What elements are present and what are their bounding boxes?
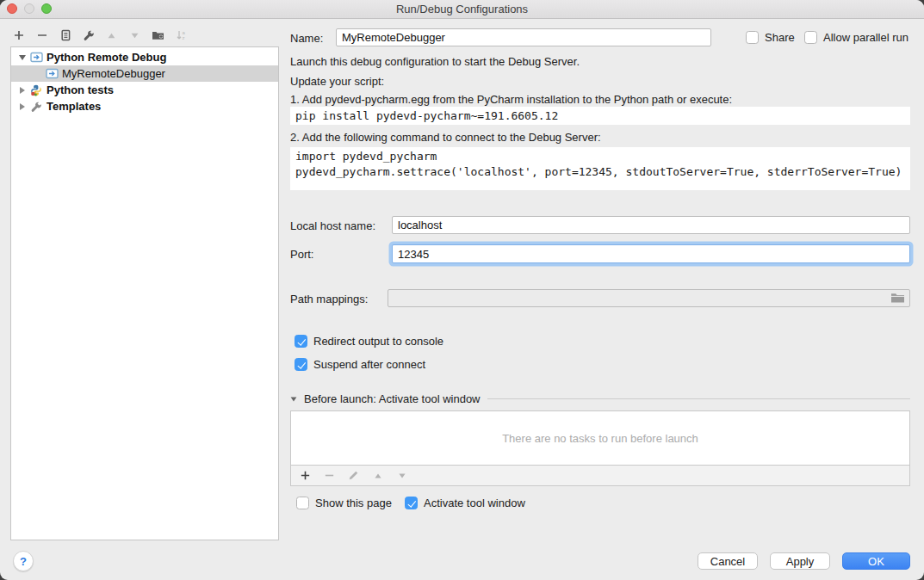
redirect-output-checkbox[interactable]	[295, 335, 307, 348]
help-button[interactable]: ?	[13, 551, 34, 571]
move-down-button[interactable]	[128, 29, 141, 42]
port-input[interactable]	[392, 244, 910, 263]
allow-parallel-checkbox-row: Allow parallel run	[804, 31, 908, 44]
settrace-code-line-1: import pydevd_pycharm	[295, 150, 437, 163]
tree-item-label: Templates	[47, 100, 101, 113]
run-debug-configurations-dialog: Run/Debug Configurations az	[0, 0, 924, 580]
window-title: Run/Debug Configurations	[0, 0, 924, 19]
question-mark-icon: ?	[20, 555, 27, 568]
redirect-output-checkbox-row: Redirect output to console	[295, 335, 443, 348]
arrow-up-icon	[106, 30, 117, 41]
move-up-button[interactable]	[105, 29, 118, 42]
name-label: Name:	[290, 32, 323, 45]
pencil-icon	[348, 470, 359, 481]
local-host-name-input[interactable]	[392, 216, 910, 234]
tree-item-label: Python tests	[47, 83, 114, 96]
minus-icon	[324, 470, 335, 481]
show-this-page-checkbox-row: Show this page	[296, 497, 392, 509]
show-this-page-label: Show this page	[315, 497, 392, 509]
tree-item-python-remote-debug[interactable]: Python Remote Debug	[11, 49, 278, 65]
suspend-after-connect-checkbox[interactable]	[295, 358, 307, 371]
before-launch-section-header[interactable]: Before launch: Activate tool window	[290, 392, 910, 405]
before-launch-title: Before launch: Activate tool window	[304, 392, 481, 405]
add-task-button[interactable]	[299, 469, 312, 482]
apply-button[interactable]: Apply	[770, 552, 830, 570]
sort-az-icon: az	[176, 29, 188, 41]
before-launch-toolbar	[290, 466, 910, 486]
configurations-tree: Python Remote Debug MyRemoteDebugger Pyt…	[10, 46, 279, 540]
svg-text:z: z	[182, 35, 184, 40]
svg-text:a: a	[182, 30, 185, 35]
new-folder-button[interactable]	[152, 29, 164, 42]
cancel-button[interactable]: Cancel	[698, 552, 758, 570]
copy-configuration-button[interactable]	[59, 29, 71, 42]
suspend-after-connect-label: Suspend after connect	[313, 358, 425, 371]
name-input[interactable]	[336, 28, 711, 46]
instruction-line-1: Launch this debug configuration to start…	[290, 55, 580, 68]
path-mappings-input[interactable]	[388, 289, 910, 307]
show-this-page-checkbox[interactable]	[296, 497, 309, 509]
settrace-code[interactable]: import pydevd_pycharm pydevd_pycharm.set…	[290, 147, 910, 190]
wrench-icon	[30, 101, 43, 113]
edit-task-button[interactable]	[347, 469, 360, 482]
activate-tool-window-checkbox[interactable]	[405, 497, 418, 509]
path-mappings-label: Path mappings:	[290, 293, 368, 305]
allow-parallel-run-checkbox[interactable]	[804, 31, 817, 44]
chevron-down-icon[interactable]	[18, 55, 27, 60]
no-tasks-message: There are no tasks to run before launch	[291, 432, 909, 445]
before-launch-task-list[interactable]: There are no tasks to run before launch	[290, 410, 910, 466]
arrow-down-icon	[397, 471, 407, 481]
share-checkbox-row: Share	[746, 31, 795, 44]
share-checkbox[interactable]	[746, 31, 759, 44]
titlebar: Run/Debug Configurations	[0, 0, 924, 19]
move-task-up-button[interactable]	[371, 469, 384, 482]
arrow-up-icon	[373, 471, 383, 481]
tree-item-label: Python Remote Debug	[47, 51, 166, 64]
remove-configuration-button[interactable]	[35, 29, 48, 42]
new-folder-icon	[152, 29, 164, 41]
remote-debug-icon	[46, 68, 59, 80]
section-divider	[487, 398, 910, 399]
allow-parallel-run-label: Allow parallel run	[823, 31, 908, 44]
plus-icon	[300, 470, 311, 481]
tree-item-label: MyRemoteDebugger	[62, 67, 165, 80]
pip-install-code[interactable]: pip install pydevd-pycharm~=191.6605.12	[290, 107, 910, 125]
wrench-icon	[83, 29, 95, 41]
move-task-down-button[interactable]	[395, 469, 408, 482]
suspend-after-connect-checkbox-row: Suspend after connect	[295, 358, 425, 371]
ok-button[interactable]: OK	[842, 552, 910, 570]
port-label: Port:	[290, 248, 313, 261]
remove-task-button[interactable]	[323, 469, 336, 482]
remote-debug-icon	[30, 52, 43, 64]
tree-item-myremotedebugger[interactable]: MyRemoteDebugger	[11, 65, 278, 82]
sort-configurations-button[interactable]: az	[175, 29, 188, 42]
instruction-step-1: 1. Add pydevd-pycharm.egg from the PyCha…	[290, 93, 732, 106]
minus-icon	[36, 29, 48, 41]
chevron-right-icon[interactable]	[18, 103, 27, 110]
edit-templates-button[interactable]	[82, 29, 95, 42]
settrace-code-line-2: pydevd_pycharm.settrace('localhost', por…	[295, 165, 902, 178]
chevron-right-icon[interactable]	[18, 87, 27, 94]
instruction-step-2: 2. Add the following command to connect …	[290, 131, 601, 144]
add-configuration-button[interactable]	[12, 29, 25, 42]
local-host-name-label: Local host name:	[290, 219, 375, 232]
share-label: Share	[765, 31, 795, 44]
redirect-output-label: Redirect output to console	[313, 335, 443, 348]
tree-item-python-tests[interactable]: Python tests	[11, 82, 278, 98]
activate-tool-window-label: Activate tool window	[424, 497, 525, 509]
copy-icon	[59, 29, 71, 41]
python-tests-icon	[30, 84, 43, 96]
configurations-toolbar: az	[12, 27, 188, 44]
arrow-down-icon	[129, 30, 140, 41]
browse-folder-icon[interactable]	[890, 292, 905, 307]
instruction-line-2: Update your script:	[290, 75, 384, 88]
tree-item-templates[interactable]: Templates	[11, 98, 278, 114]
plus-icon	[13, 29, 25, 41]
collapse-section-icon[interactable]	[291, 397, 297, 401]
activate-tool-window-checkbox-row: Activate tool window	[405, 497, 525, 509]
